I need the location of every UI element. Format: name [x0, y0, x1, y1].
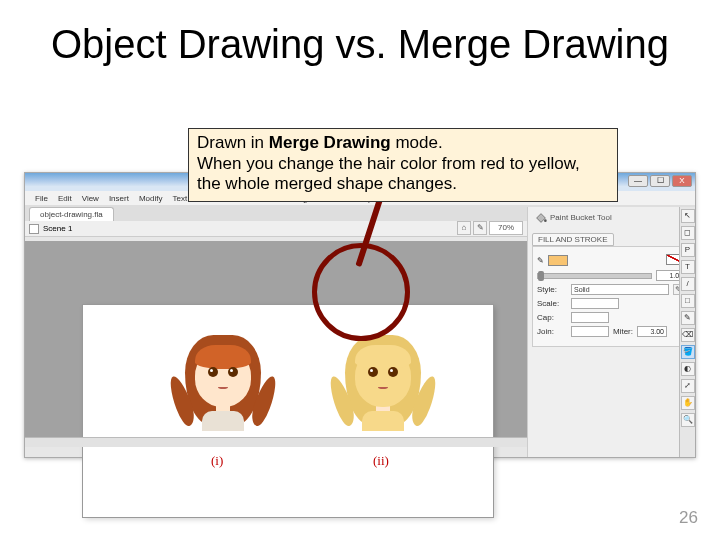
join-dropdown[interactable]: [571, 326, 609, 337]
eye-right-i: [228, 367, 238, 377]
window-controls: — ☐ X: [628, 175, 692, 187]
style-label: Style:: [537, 285, 567, 294]
callout-line1-prefix: Drawn in: [197, 133, 269, 152]
callout-line2: When you change the hair color from red …: [197, 154, 609, 175]
slide-root: { "heading": "Object Drawing vs. Merge D…: [0, 0, 720, 540]
eyedropper-tool-icon[interactable]: ◐: [681, 362, 695, 376]
svg-point-0: [544, 219, 547, 222]
pencil-tool-icon[interactable]: ✎: [681, 311, 695, 325]
zoom-field[interactable]: 70%: [489, 221, 523, 235]
fill-swatch[interactable]: [548, 255, 568, 266]
mouth-ii: [378, 385, 388, 389]
scene-name[interactable]: Scene 1: [43, 224, 72, 233]
tools-panel: ↖ ◻ P T / □ ✎ ⌫ 🪣 ◐ ⤢ ✋ 🔍: [679, 207, 695, 457]
close-button[interactable]: X: [672, 175, 692, 187]
current-tool-name: Paint Bucket Tool: [550, 213, 612, 222]
menu-modify[interactable]: Modify: [139, 194, 163, 203]
tab-fill-and-stroke[interactable]: FILL AND STROKE: [532, 233, 614, 246]
style-dropdown[interactable]: Solid: [571, 284, 669, 295]
eye-right-ii: [388, 367, 398, 377]
label-ii: (ii): [373, 453, 389, 469]
menu-view[interactable]: View: [82, 194, 99, 203]
body-i: [202, 411, 244, 431]
body-ii: [362, 411, 404, 431]
eye-left-i: [208, 367, 218, 377]
callout-line1-bold: Merge Drawing: [269, 133, 391, 152]
menu-text[interactable]: Text: [172, 194, 187, 203]
panel-tabs: FILL AND STROKE: [528, 233, 695, 246]
current-tool-display: Paint Bucket Tool: [528, 207, 695, 225]
fill-label: ✎: [537, 256, 544, 265]
hand-tool-icon[interactable]: ✋: [681, 396, 695, 410]
fill-stroke-panel: ✎ 1.00 Style: Solid ✎: [532, 246, 691, 347]
eye-left-ii: [368, 367, 378, 377]
stage[interactable]: (i) (ii): [83, 305, 493, 517]
eraser-tool-icon[interactable]: ⌫: [681, 328, 695, 342]
scene-icon: [29, 224, 39, 234]
line-tool-icon[interactable]: /: [681, 277, 695, 291]
bangs-i: [195, 345, 251, 369]
menu-insert[interactable]: Insert: [109, 194, 129, 203]
callout-line1-suffix: mode.: [391, 133, 443, 152]
free-transform-tool-icon[interactable]: ⤢: [681, 379, 695, 393]
right-panel: Paint Bucket Tool FILL AND STROKE ✎: [527, 207, 695, 457]
callout-annotation: Drawn in Merge Drawing mode. When you ch…: [188, 128, 618, 202]
face-group-i: [178, 335, 268, 445]
minimize-button[interactable]: —: [628, 175, 648, 187]
paint-bucket-tool-icon[interactable]: 🪣: [681, 345, 695, 359]
maximize-button[interactable]: ☐: [650, 175, 670, 187]
mouth-i: [218, 385, 228, 389]
menu-edit[interactable]: Edit: [58, 194, 72, 203]
stroke-weight-slider[interactable]: [537, 273, 652, 279]
miter-label: Miter:: [613, 327, 633, 336]
selection-tool-icon[interactable]: ↖: [681, 209, 695, 223]
menu-file[interactable]: File: [35, 194, 48, 203]
pen-tool-icon[interactable]: P: [681, 243, 695, 257]
page-title: Object Drawing vs. Merge Drawing: [24, 22, 696, 67]
document-tab-1[interactable]: object-drawing.fla: [29, 207, 114, 221]
zoom-tool-icon[interactable]: 🔍: [681, 413, 695, 427]
callout-line3: the whole merged shape changes.: [197, 174, 609, 195]
cap-dropdown[interactable]: [571, 312, 609, 323]
label-i: (i): [211, 453, 223, 469]
cap-label: Cap:: [537, 313, 567, 322]
text-tool-icon[interactable]: T: [681, 260, 695, 274]
paint-bucket-icon: [534, 211, 546, 223]
slide-number: 26: [679, 508, 698, 528]
miter-input[interactable]: 3.00: [637, 326, 667, 337]
subselection-tool-icon[interactable]: ◻: [681, 226, 695, 240]
face-group-ii: [338, 335, 428, 445]
edit-symbol-icon[interactable]: ✎: [473, 221, 487, 235]
join-label: Join:: [537, 327, 567, 336]
edit-scene-icon[interactable]: ⌂: [457, 221, 471, 235]
bangs-ii: [355, 345, 411, 369]
stage-toolbar: ⌂ ✎ 70%: [457, 221, 523, 235]
scale-dropdown[interactable]: [571, 298, 619, 309]
rectangle-tool-icon[interactable]: □: [681, 294, 695, 308]
scale-label: Scale:: [537, 299, 567, 308]
